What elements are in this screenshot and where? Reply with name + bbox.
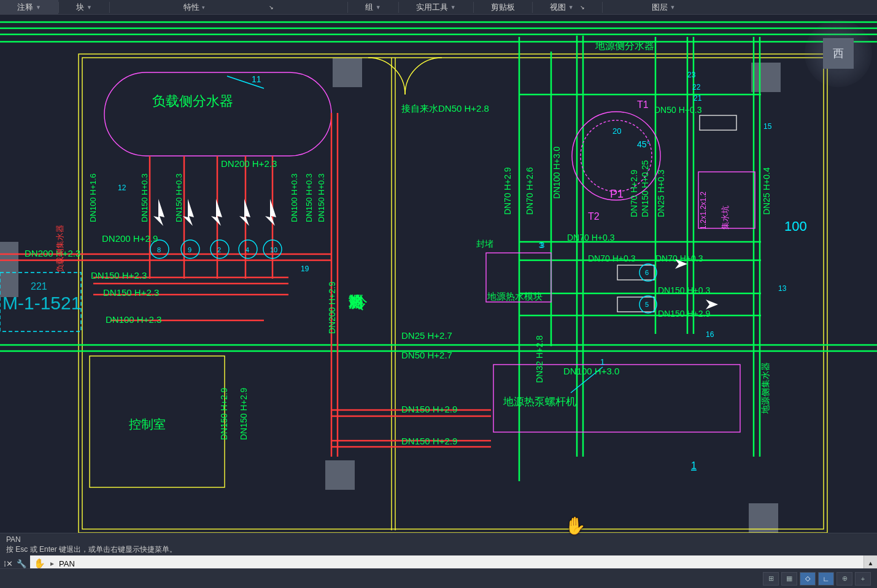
command-window: PAN 按 Esc 或 Enter 键退出，或单击右键显示快捷菜单。 ⁞✕ 🔧 …: [0, 533, 877, 568]
pipe-label: DN150 H+0.25: [640, 160, 650, 217]
command-customize-icon[interactable]: 🔧: [17, 559, 26, 568]
status-grid-button[interactable]: ⊞: [763, 572, 779, 586]
status-bar: ⊞ ▦ ◇ ∟ ⊕ +: [0, 568, 877, 588]
column: [333, 58, 362, 87]
collect-pit-label: 集水坑: [721, 206, 730, 230]
status-osnap-button[interactable]: ⊕: [836, 572, 852, 586]
pipe-label: DN150 H+0.3: [140, 174, 149, 222]
tag-20: 20: [612, 126, 621, 136]
column: [749, 503, 778, 533]
column: [751, 63, 781, 92]
pipe-label: DN100 H+1.6: [88, 174, 98, 222]
collect-pit-dim: 1.2x1.2x1.2: [699, 191, 708, 230]
tag-11: 11: [252, 74, 261, 84]
door-arc: [405, 58, 442, 95]
pipe-label: DN70 H+0.3: [588, 253, 636, 263]
panel-layer[interactable]: 图层▼: [603, 0, 725, 14]
panel-view[interactable]: 视图▼ ↘: [533, 0, 602, 14]
panel-group[interactable]: 组▼: [348, 0, 398, 14]
load-splitter-label: 负载侧分水器: [152, 93, 233, 109]
tag-15: 15: [763, 122, 772, 131]
pipe-label: DN25 H+0.4: [762, 167, 771, 215]
pipe-label: DN50 H+0.3: [654, 105, 702, 115]
t1-label: T1: [637, 99, 649, 110]
door-arc: [368, 58, 405, 95]
svg-text:8: 8: [157, 246, 161, 253]
collector-label: 负载侧集水器: [55, 225, 64, 273]
pipe-label: DN150 H+0.3: [658, 285, 710, 295]
chevron-down-icon: ▼: [568, 4, 574, 10]
chevron-down-icon: ▼: [36, 4, 41, 10]
column: [325, 460, 355, 490]
pipe-label: DN150 H+2.9: [219, 388, 229, 440]
tag-12: 12: [118, 184, 126, 192]
command-history: PAN 按 Esc 或 Enter 键退出，或单击右键显示快捷菜单。: [0, 533, 877, 555]
t2-label: T2: [588, 211, 600, 222]
seal-label: 封堵: [476, 239, 493, 249]
p1-label: P1: [610, 188, 624, 200]
geo-hw-module-label: 地源热水模块: [487, 291, 543, 301]
pipe-label: DN150 H+2.9: [401, 404, 457, 414]
flow-arrows: [153, 199, 276, 226]
geo-splitter-label: 地源侧分水器: [595, 41, 654, 51]
tag-23: 23: [687, 71, 696, 79]
pipe-label: DN25 H+2.7: [401, 330, 452, 341]
chevron-down-icon: ▼: [670, 4, 676, 10]
command-history-line: 按 Esc 或 Enter 键退出，或单击右键显示快捷菜单。: [6, 544, 871, 554]
pipe-label: DN25 H+0.3: [656, 169, 666, 217]
chevron-down-icon: ▼: [87, 4, 92, 10]
svg-rect-47: [700, 115, 736, 130]
pipe-label: DN200 H+2.3: [221, 158, 277, 169]
svg-text:9: 9: [188, 246, 191, 253]
status-more-button[interactable]: +: [855, 572, 871, 586]
pipe-label: DN100 H+2.3: [106, 314, 161, 325]
load-splitter-tank: [104, 72, 331, 156]
panel-properties[interactable]: 特性▾ ↘: [110, 0, 347, 14]
svg-text:2: 2: [217, 246, 221, 253]
tag-22: 22: [692, 83, 701, 91]
model-viewport[interactable]: 控制室 负载侧分水器 11 冷 冷热源站房: [0, 15, 877, 533]
pipe-label: DN200 H+2.9: [102, 233, 158, 244]
command-history-line: PAN: [6, 535, 871, 544]
pipe-label: DN150 H+0.3: [317, 174, 326, 222]
tag-1: 1: [600, 357, 605, 366]
panel-utilities[interactable]: 实用工具▼: [399, 0, 473, 14]
room-main-label: 冷: [350, 282, 369, 311]
pipe-label: DN150 H+2.9: [239, 388, 249, 440]
pipe-label: DN70 H+2.9: [503, 167, 512, 215]
ref-221: 221: [31, 281, 47, 292]
chevron-down-icon: ▾: [202, 4, 205, 10]
svg-text:4: 4: [245, 246, 249, 253]
panel-clipboard[interactable]: 剪贴板: [474, 0, 532, 14]
panel-block[interactable]: 块▼: [59, 0, 109, 14]
chevron-down-icon: ▼: [376, 4, 381, 10]
pump-bank: 8 9 2 4 10: [150, 240, 282, 258]
chevron-down-icon: ▼: [450, 4, 456, 10]
panel-annotate[interactable]: 注释▼: [0, 0, 58, 14]
status-polar-button[interactable]: ∟: [818, 572, 834, 586]
pipe-label: DN150 H+0.3: [174, 174, 184, 222]
angle-45: 45°: [637, 139, 650, 149]
pipe-label: DN100 H+0.3: [290, 174, 299, 222]
pipe-label: DN70 H+2.6: [525, 167, 535, 215]
tag-1-section: 1: [691, 460, 697, 471]
pipe-label: DN200 H+2.9: [327, 282, 337, 334]
pipe-label: DN32 H+2.8: [535, 335, 544, 383]
ref-100: 100: [784, 219, 807, 234]
pipe-label: DN70 H+2.9: [629, 169, 639, 217]
ribbon-panel-tabs: 注释▼ 块▼ 特性▾ ↘ 组▼ 实用工具▼ 剪贴板 视图▼ ↘ 图层▼: [0, 0, 877, 15]
status-snap-button[interactable]: ▦: [781, 572, 797, 586]
status-ortho-button[interactable]: ◇: [800, 572, 816, 586]
geo-collector-label: 地源侧集水器: [760, 362, 770, 414]
pipe-label: DN100 H+3.0: [563, 366, 619, 376]
room-main-label2: 冷热源站房: [349, 294, 363, 310]
pipe-label: DN150 H+2.3: [103, 287, 159, 298]
pipe-label: DN70 H+0.3: [567, 233, 615, 242]
pan-icon: ✋: [30, 558, 49, 569]
geo-hp-screw-label: 地源热泵螺杆机: [503, 396, 576, 408]
ref-m: M-1-1521: [2, 293, 81, 313]
command-close-icon[interactable]: ⁞✕: [4, 559, 13, 568]
svg-text:5: 5: [645, 301, 649, 308]
pipe-label: DN150 H+0.3: [304, 174, 314, 222]
pipe-label: DN150 H+2.9: [401, 436, 457, 446]
